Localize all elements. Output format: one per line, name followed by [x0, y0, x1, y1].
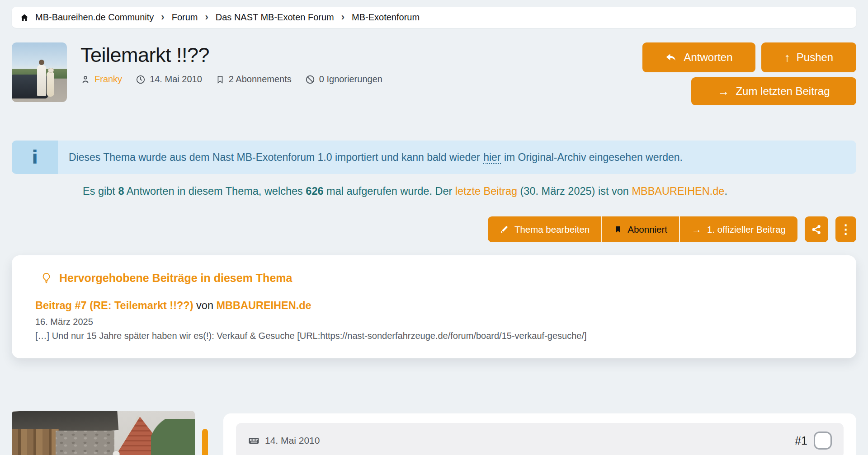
highlighted-post-date: 16. März 2025: [35, 317, 833, 327]
official-post-label: 1. offizieller Beitrag: [707, 224, 786, 235]
post-date-label: 14. Mai 2010: [265, 435, 320, 446]
highlighted-post-author-link[interactable]: MBBAUREIHEN.de: [216, 300, 311, 311]
breadcrumb-separator: ›: [160, 11, 165, 23]
highlighted-heading-label: Hervorgehobene Beiträge in diesem Thema: [59, 272, 292, 285]
push-button-label: Pushen: [797, 51, 833, 64]
share-button[interactable]: [805, 216, 828, 242]
thread-subscriptions: 2 Abonnements: [216, 74, 292, 84]
subscribed-button[interactable]: Abonniert: [601, 216, 679, 242]
post-1: 14. Mai 2010 #1: [12, 411, 856, 455]
highlighted-heading: Hervorgehobene Beiträge in diesem Thema: [40, 272, 833, 285]
import-info-banner: i Dieses Thema wurde aus dem Nast MB-Exo…: [12, 141, 856, 174]
clock-icon: [136, 75, 146, 84]
edit-topic-button[interactable]: Thema bearbeiten: [488, 216, 601, 242]
home-icon[interactable]: [20, 13, 29, 22]
kebab-icon: ⋮: [840, 223, 852, 236]
thread-author-link[interactable]: Franky: [94, 74, 122, 84]
stats-text: .: [724, 185, 727, 197]
thread-ignores: 0 Ignorierungen: [305, 74, 382, 84]
import-info-text: Dieses Thema wurde aus dem Nast MB-Exote…: [58, 141, 693, 174]
arrow-right-icon: →: [717, 85, 729, 97]
bookmark-icon: [216, 75, 225, 84]
lightbulb-icon: [40, 272, 52, 284]
stats-text: (30. März 2025) ist von: [517, 185, 632, 197]
breadcrumb-item-nast-forum[interactable]: Das NAST MB-Exoten Forum: [216, 12, 334, 23]
thread-header-main: Teilemarkt !!?? Franky 14. Mai 2010 2 Ab…: [80, 42, 382, 105]
official-post-button[interactable]: → 1. offizieller Beitrag: [679, 216, 797, 242]
thread-meta-row: Franky 14. Mai 2010 2 Abonnements 0 Igno…: [80, 74, 382, 84]
post-author-avatar[interactable]: [12, 411, 195, 455]
info-text-after: im Original-Archiv eingesehen werden.: [501, 151, 683, 163]
subscribed-label: Abonniert: [627, 224, 667, 235]
highlighted-post-excerpt: […] Und nur 15 Jahre später haben wir es…: [35, 331, 833, 341]
last-poster-link[interactable]: MBBAUREIHEN.de: [632, 185, 724, 197]
stats-text: Antworten in diesem Thema, welches: [124, 185, 306, 197]
stats-text: mal aufgerufen wurde. Der: [324, 185, 455, 197]
archive-link[interactable]: hier: [483, 151, 500, 164]
stats-view-count: 626: [306, 185, 323, 197]
push-button[interactable]: ↑ Pushen: [761, 42, 856, 72]
thread-ignores-label: 0 Ignorierungen: [319, 74, 382, 84]
post-number-link[interactable]: #1: [795, 434, 807, 447]
highlighted-post-link[interactable]: Beitrag #7 (RE: Teilemarkt !!??): [35, 300, 193, 311]
breadcrumb-separator: ›: [340, 11, 345, 23]
forum-thread-page: MB-Baureihen.de Community › Forum › Das …: [0, 0, 868, 455]
avatar-photo-woman: [47, 72, 54, 97]
bookmark-filled-icon: [614, 225, 622, 234]
highlighted-posts-card: Hervorgehobene Beiträge in diesem Thema …: [12, 255, 856, 358]
arrow-up-icon: ↑: [784, 52, 790, 63]
post-photo-satellite-dish: [113, 450, 120, 455]
breadcrumb-item-forum[interactable]: Forum: [172, 12, 198, 23]
breadcrumb-separator: ›: [204, 11, 209, 23]
reply-button-label: Antworten: [684, 51, 732, 64]
post-header: 14. Mai 2010 #1: [236, 423, 844, 455]
thread-action-group: Thema bearbeiten Abonniert → 1. offiziel…: [488, 216, 797, 242]
stats-reply-count: 8: [118, 185, 124, 197]
reply-icon: [665, 52, 677, 64]
info-text-before: Dieses Thema wurde aus dem Nast MB-Exote…: [69, 151, 483, 163]
post-card: 14. Mai 2010 #1: [223, 413, 856, 455]
post-photo-trees: [151, 419, 195, 455]
highlighted-von: von: [193, 300, 217, 311]
thread-action-row: Thema bearbeiten Abonniert → 1. offiziel…: [12, 216, 856, 242]
thread-title: Teilemarkt !!??: [80, 43, 382, 67]
user-icon: [80, 75, 90, 84]
highlighted-post-line: Beitrag #7 (RE: Teilemarkt !!??) von MBB…: [35, 300, 833, 312]
post-select-checkbox[interactable]: [814, 432, 832, 450]
thread-stats-line: Es gibt 8 Antworten in diesem Thema, wel…: [83, 183, 856, 199]
thread-header: Teilemarkt !!?? Franky 14. Mai 2010 2 Ab…: [12, 42, 856, 105]
last-post-link[interactable]: letzte Beitrag: [455, 185, 517, 197]
post-header-right: #1: [795, 432, 832, 450]
thread-header-buttons: Antworten ↑ Pushen → Zum letzten Beitrag: [642, 42, 856, 105]
post-photo-beams: [12, 429, 59, 455]
post-photo-stone-wall: [56, 431, 114, 455]
post-accent-bar: [202, 429, 208, 455]
breadcrumb-item-community[interactable]: MB-Baureihen.de Community: [35, 12, 154, 23]
breadcrumb: MB-Baureihen.de Community › Forum › Das …: [12, 7, 856, 28]
more-options-button[interactable]: ⋮: [835, 216, 856, 242]
thread-author: Franky: [80, 74, 122, 84]
share-icon: [811, 224, 822, 235]
arrow-right-icon: →: [692, 225, 702, 235]
last-post-button-label: Zum letzten Beitrag: [736, 85, 830, 98]
info-icon: i: [12, 141, 58, 174]
avatar-photo-man: [37, 65, 46, 96]
thread-author-avatar[interactable]: [12, 42, 67, 102]
post-date: 14. Mai 2010: [248, 435, 320, 447]
pencil-icon: [500, 225, 509, 234]
block-icon: [305, 75, 315, 84]
thread-date: 14. Mai 2010: [136, 74, 202, 84]
breadcrumb-item-exotenforum[interactable]: MB-Exotenforum: [352, 12, 420, 23]
reply-button[interactable]: Antworten: [642, 42, 755, 72]
keyboard-icon: [248, 435, 260, 447]
edit-topic-label: Thema bearbeiten: [514, 224, 590, 235]
last-post-button[interactable]: → Zum letzten Beitrag: [691, 77, 856, 105]
thread-subscriptions-label: 2 Abonnements: [229, 74, 292, 84]
thread-date-label: 14. Mai 2010: [150, 74, 202, 84]
stats-text: Es gibt: [83, 185, 118, 197]
